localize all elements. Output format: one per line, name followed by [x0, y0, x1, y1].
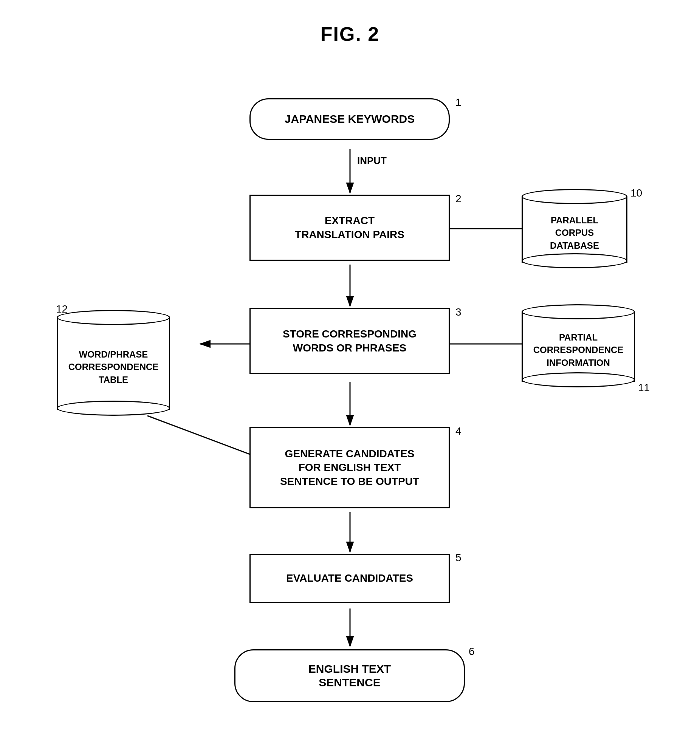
ref-2: 2	[455, 193, 461, 205]
store-corresponding-node: STORE CORRESPONDING WORDS OR PHRASES	[250, 308, 450, 374]
ref-10: 10	[630, 187, 642, 199]
japanese-keywords-node: JAPANESE KEYWORDS	[250, 98, 450, 140]
extract-translation-pairs-label: EXTRACT TRANSLATION PAIRS	[295, 214, 405, 242]
input-label: INPUT	[357, 155, 387, 167]
word-phrase-table-node: WORD/PHRASE CORRESPONDENCE TABLE	[57, 310, 170, 416]
flowchart: INPUT JAPANESE KEYWORDS 1 EXTRACT TRANSL…	[0, 53, 700, 752]
extract-translation-pairs-node: EXTRACT TRANSLATION PAIRS	[250, 195, 450, 261]
english-text-sentence-label: ENGLISH TEXT SENTENCE	[308, 662, 391, 689]
japanese-keywords-label: JAPANESE KEYWORDS	[284, 112, 415, 126]
evaluate-candidates-node: EVALUATE CANDIDATES	[250, 554, 450, 603]
generate-candidates-node: GENERATE CANDIDATES FOR ENGLISH TEXT SEN…	[250, 427, 450, 508]
evaluate-candidates-label: EVALUATE CANDIDATES	[286, 571, 413, 585]
parallel-corpus-db-node: PARALLEL CORPUS DATABASE	[522, 189, 627, 269]
word-phrase-table-label: WORD/PHRASE CORRESPONDENCE TABLE	[69, 348, 159, 386]
store-corresponding-label: STORE CORRESPONDING WORDS OR PHRASES	[283, 327, 417, 355]
ref-1: 1	[455, 96, 461, 108]
page-title: FIG. 2	[0, 0, 700, 45]
english-text-sentence-node: ENGLISH TEXT SENTENCE	[234, 649, 465, 702]
ref-5: 5	[455, 552, 461, 564]
ref-3: 3	[455, 306, 461, 318]
ref-6: 6	[469, 646, 475, 658]
generate-candidates-label: GENERATE CANDIDATES FOR ENGLISH TEXT SEN…	[280, 447, 419, 488]
parallel-corpus-label: PARALLEL CORPUS DATABASE	[550, 214, 599, 252]
ref-11: 11	[638, 382, 650, 394]
partial-correspondence-node: PARTIAL CORRESPONDENCE INFORMATION	[522, 304, 635, 387]
ref-4: 4	[455, 425, 461, 437]
partial-correspondence-label: PARTIAL CORRESPONDENCE INFORMATION	[533, 331, 623, 369]
